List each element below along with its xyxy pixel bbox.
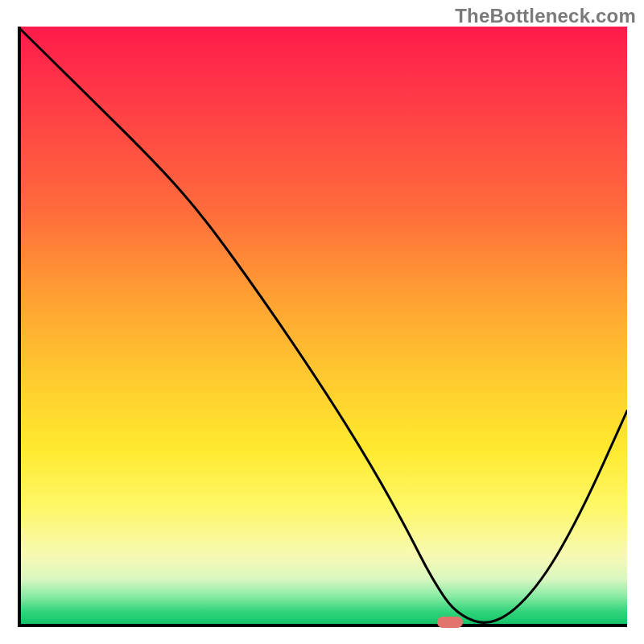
y-axis-line <box>18 27 21 627</box>
optimum-marker <box>437 617 463 628</box>
bottleneck-curve <box>18 27 627 622</box>
chart-container: TheBottleneck.com <box>0 0 644 644</box>
curve-svg <box>18 27 627 627</box>
watermark-text: TheBottleneck.com <box>455 5 636 27</box>
x-axis-line <box>18 624 627 627</box>
